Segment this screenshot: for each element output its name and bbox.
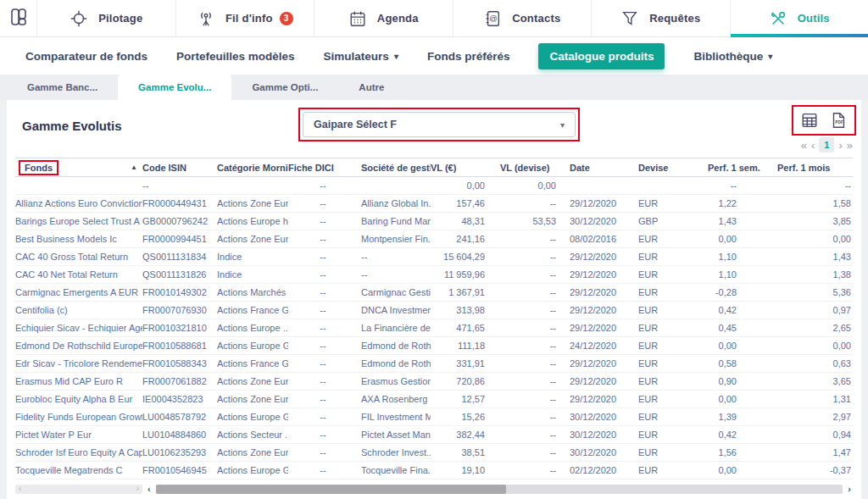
column-header-perf-1-sem[interactable]: Perf. 1 sem.: [708, 158, 777, 177]
column-header-societe[interactable]: Société de gestion: [361, 158, 431, 177]
pagination-current-page[interactable]: 1: [819, 137, 834, 152]
cell-code-isin: FR0000449431: [142, 195, 217, 213]
cell-fonds: Centifolia (c): [15, 302, 142, 319]
subnav-simulateurs[interactable]: Simulateurs ▾: [324, 50, 398, 63]
cell-vl-devise: --: [500, 337, 570, 355]
cell-perf-1-sem: 0,90: [708, 373, 777, 391]
table-row[interactable]: Fidelity Funds European Growth ... LU004…: [15, 408, 853, 426]
nav-item-agenda[interactable]: Agenda: [314, 0, 453, 36]
cell-fiche-dici: --: [288, 302, 361, 319]
table-row[interactable]: Pictet Water P Eur LU0104884860 Actions …: [15, 426, 853, 444]
scroll-right-icon[interactable]: ›: [136, 485, 139, 493]
horizontal-scrollbar-thumb[interactable]: [156, 485, 506, 494]
table-row[interactable]: Tocqueville Megatrends C FR0010546945 Ac…: [15, 462, 853, 480]
tab-gamme-evolutis[interactable]: Gamme Evolu...: [118, 75, 231, 100]
cell-vl-eur: 241,16: [431, 230, 500, 248]
svg-text:PDF: PDF: [835, 120, 843, 125]
column-header-perf-1-mois[interactable]: Perf. 1 mois: [777, 158, 853, 177]
hscroll-left-button[interactable]: ‹: [146, 485, 153, 494]
table-row[interactable]: Carmignac Emergents A EUR FR0010149302 A…: [15, 284, 853, 302]
cell-vl-eur: 382,44: [431, 426, 500, 444]
cell-date: 30/12/2020: [570, 213, 638, 230]
frozen-column-scrollbar[interactable]: ‹ ›: [15, 485, 142, 494]
cell-vl-eur: 15,26: [431, 408, 500, 426]
cell-code-isin: FR0000994451: [142, 230, 217, 248]
spreadsheet-export-button[interactable]: [800, 111, 819, 130]
pagination-prev-button[interactable]: ‹: [811, 140, 815, 151]
column-header-devise[interactable]: Devise: [638, 158, 708, 177]
pagination-last-button[interactable]: »: [847, 140, 853, 151]
column-header-date[interactable]: Date: [570, 158, 638, 177]
column-header-code-isin[interactable]: Code ISIN: [142, 158, 217, 177]
cell-fiche-dici: --: [288, 462, 361, 480]
column-header-vl-devise[interactable]: VL (devise): [500, 158, 570, 177]
cell-categorie: Actions Secteur ...: [217, 426, 288, 444]
fund-select-dropdown[interactable]: Gaipare Sélect F ▾: [303, 112, 576, 137]
cell-categorie: Actions Europe h...: [217, 213, 288, 230]
cell-perf-1-sem: 0,00: [708, 337, 777, 355]
cell-categorie: Actions Europe ...: [217, 319, 288, 337]
table-row[interactable]: Echiquier Sicav - Echiquier Agen... FR00…: [15, 319, 853, 337]
tab-gamme-bancaire[interactable]: Gamme Banc...: [7, 75, 118, 100]
table-row[interactable]: Schroder Isf Euro Equity A Cap LU0106235…: [15, 444, 853, 462]
logo-icon: [8, 7, 29, 30]
nav-item-contacts[interactable]: @ Contacts: [453, 0, 593, 36]
table-row[interactable]: Edr Sicav - Tricolore Rendement ... FR00…: [15, 355, 853, 373]
subnav-fonds-preferes[interactable]: Fonds préférés: [427, 50, 510, 63]
table-row[interactable]: CAC 40 Gross Total Return QS0011131834 I…: [15, 248, 853, 266]
cell-vl-devise: --: [500, 391, 570, 408]
table-row[interactable]: Eurobloc Equity Alpha B Eur IE0004352823…: [15, 391, 853, 408]
cell-perf-1-mois: 5,36: [777, 284, 853, 302]
subnav-comparateur-de-fonds[interactable]: Comparateur de fonds: [25, 50, 147, 63]
table-row[interactable]: Allianz Actions Euro Convictions C FR000…: [15, 195, 853, 213]
cell-categorie: Actions France G...: [217, 302, 288, 319]
top-nav: Pilotage Fil d'info 3 Agenda @ Contacts: [0, 0, 868, 37]
cell-fiche-dici: --: [288, 391, 361, 408]
nav-item-fil-dinfo[interactable]: Fil d'info 3: [176, 0, 315, 36]
table-row[interactable]: Centifolia (c) FR0007076930 Actions Fran…: [15, 302, 853, 319]
column-header-vl-eur[interactable]: VL (€): [431, 158, 500, 177]
column-header-fonds[interactable]: ▲ Fonds: [15, 158, 142, 177]
cell-date: 30/12/2020: [570, 408, 638, 426]
subnav-catalogue-produits[interactable]: Catalogue produits: [538, 43, 665, 69]
scroll-left-icon[interactable]: ‹: [19, 485, 21, 493]
cell-vl-eur: 38,51: [431, 444, 500, 462]
pagination-first-button[interactable]: «: [801, 140, 807, 151]
nav-item-requetes[interactable]: Requêtes: [592, 0, 731, 36]
app-logo[interactable]: [0, 0, 37, 36]
pdf-export-button[interactable]: PDF: [829, 111, 848, 130]
cell-vl-eur: 157,46: [431, 195, 500, 213]
subnav-portefeuilles-modeles[interactable]: Portefeuilles modèles: [176, 50, 295, 63]
tools-sub-nav: Comparateur de fonds Portefeuilles modèl…: [0, 37, 868, 75]
nav-item-pilotage[interactable]: Pilotage: [37, 0, 176, 36]
tab-autre[interactable]: Autre: [338, 75, 404, 100]
cell-perf-1-sem: 1,56: [708, 444, 777, 462]
cell-categorie: Actions Europe G...: [217, 337, 288, 355]
cell-perf-1-sem: 0,42: [708, 426, 777, 444]
cell-vl-eur: 11 959,96: [431, 266, 500, 284]
horizontal-scrollbar-track[interactable]: [156, 485, 843, 494]
cell-devise: GBP: [638, 213, 708, 230]
cell-fiche-dici: --: [288, 355, 361, 373]
cell-date: 29/12/2020: [570, 195, 638, 213]
content-card: Gamme Evolutis Gaipare Sélect F ▾ PDF «: [7, 100, 861, 499]
cell-fonds: Edmond De Rothschild Europe V...: [15, 337, 142, 355]
hscroll-right-button[interactable]: ›: [846, 485, 853, 494]
cell-perf-1-mois: 3,85: [777, 213, 853, 230]
table-row[interactable]: -- -- 0,00 0,00 -- --: [15, 177, 853, 195]
nav-item-outils[interactable]: Outils: [731, 0, 868, 36]
pagination-next-button[interactable]: ›: [838, 140, 842, 151]
table-row[interactable]: Barings Europe Select Trust A Gb... GB00…: [15, 213, 853, 230]
tab-gamme-opti[interactable]: Gamme Opti...: [231, 75, 338, 100]
table-row[interactable]: Best Business Models Ic FR0000994451 Act…: [15, 230, 853, 248]
table-row[interactable]: Edmond De Rothschild Europe V... FR00105…: [15, 337, 853, 355]
cell-societe: --: [361, 266, 431, 284]
cell-vl-devise: --: [500, 266, 570, 284]
table-row[interactable]: CAC 40 Net Total Return QS0011131826 Ind…: [15, 266, 853, 284]
column-header-fiche-dici[interactable]: Fiche DICI: [288, 158, 361, 177]
cell-vl-eur: 15 604,29: [431, 248, 500, 266]
column-header-categorie[interactable]: Catégorie Morningst: [217, 158, 288, 177]
table-row[interactable]: Erasmus Mid CAP Euro R FR0007061882 Acti…: [15, 373, 853, 391]
table-body: -- -- 0,00 0,00 -- -- Allianz Actions Eu…: [15, 177, 853, 480]
subnav-bibliotheque[interactable]: Bibliothèque ▾: [693, 50, 772, 63]
